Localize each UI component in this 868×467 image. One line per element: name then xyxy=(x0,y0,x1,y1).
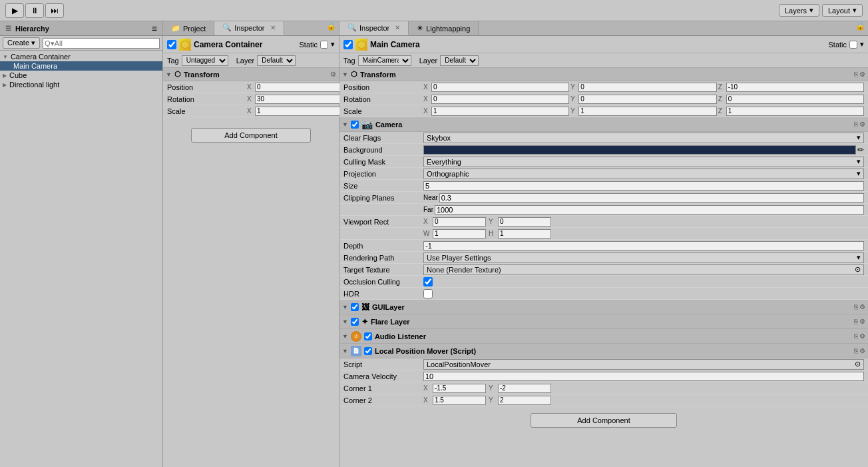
hierarchy-item-directional-light[interactable]: ▶ Directional light xyxy=(0,80,162,89)
background-color[interactable] xyxy=(423,145,856,155)
corner2-y[interactable] xyxy=(498,396,551,405)
left-rot-x[interactable] xyxy=(255,95,343,104)
target-texture-dropdown[interactable]: None (Render Texture) ⊙ xyxy=(423,264,864,275)
right-rot-z[interactable] xyxy=(726,95,864,104)
left-transform-settings[interactable]: ⚙ xyxy=(330,71,336,78)
hierarchy-search[interactable] xyxy=(43,38,160,49)
camera-checkbox[interactable] xyxy=(351,121,359,129)
hierarchy-item-main-camera[interactable]: Main Camera xyxy=(0,61,162,71)
guilayer-title: GUILayer xyxy=(372,303,405,311)
viewport-w[interactable] xyxy=(433,229,486,238)
guilayer-settings-btn[interactable]: ⚙ xyxy=(859,303,865,310)
create-button[interactable]: Create ▾ xyxy=(3,37,40,49)
local-pos-copy-btn[interactable]: ⎘ xyxy=(854,347,858,354)
flare-layer-settings-btn[interactable]: ⚙ xyxy=(859,318,865,325)
left-static-checkbox[interactable] xyxy=(320,41,328,49)
right-tag-select[interactable]: MainCamera xyxy=(358,55,411,66)
hierarchy-menu-icon[interactable]: ≡ xyxy=(152,23,157,34)
clipping-far-input[interactable] xyxy=(435,205,864,215)
viewport-x[interactable] xyxy=(433,217,486,227)
left-layer-select[interactable]: Default xyxy=(257,55,296,66)
background-pencil[interactable]: ✏ xyxy=(857,145,864,155)
inspector-left-tab-close[interactable]: ✕ xyxy=(270,24,276,31)
right-rot-x[interactable] xyxy=(431,95,569,104)
guilayer-checkbox[interactable] xyxy=(351,303,359,311)
camera-copy-btn[interactable]: ⎘ xyxy=(854,121,858,128)
left-tag-select[interactable]: Untagged xyxy=(182,55,228,66)
camera-velocity-label: Camera Velocity xyxy=(343,372,423,380)
right-scale-z[interactable] xyxy=(726,107,864,116)
audio-listener-copy-btn[interactable]: ⎘ xyxy=(854,332,858,340)
camera-component-header[interactable]: ▼ 📷 Camera ⎘ ⚙ xyxy=(339,117,868,132)
projection-dropdown[interactable]: Orthographic ▾ xyxy=(423,169,864,179)
left-layer-label: Layer xyxy=(236,57,255,65)
corner1-x[interactable] xyxy=(433,384,486,393)
layout-dropdown[interactable]: Layout▾ xyxy=(822,4,863,17)
right-pos-x[interactable] xyxy=(431,83,569,92)
flare-layer-header[interactable]: ▼ ✦ Flare Layer ⎘ ⚙ xyxy=(339,314,868,329)
left-add-component-button[interactable]: Add Component xyxy=(191,128,311,143)
camera-velocity-input[interactable] xyxy=(423,372,864,381)
guilayer-header[interactable]: ▼ 🖼 GUILayer ⎘ ⚙ xyxy=(339,300,868,314)
right-add-component-button[interactable]: Add Component xyxy=(531,413,677,428)
right-static-checkbox[interactable] xyxy=(849,41,857,49)
right-layer-select[interactable]: Default xyxy=(440,55,479,66)
play-button[interactable]: ▶ xyxy=(5,3,24,18)
guilayer-copy-btn[interactable]: ⎘ xyxy=(854,303,858,310)
left-lock-icon[interactable]: 🔒 xyxy=(326,21,339,35)
flare-layer-copy-btn[interactable]: ⎘ xyxy=(854,318,858,325)
right-pos-y[interactable] xyxy=(578,83,716,92)
tab-inspector-right[interactable]: 🔍 Inspector ✕ xyxy=(339,21,409,35)
audio-listener-title: Audio Listener xyxy=(375,332,426,340)
flare-layer-checkbox[interactable] xyxy=(351,318,359,326)
viewport-y[interactable] xyxy=(498,217,551,227)
script-dropdown[interactable]: LocalPositionMover ⊙ xyxy=(423,359,864,370)
local-pos-checkbox[interactable] xyxy=(364,347,372,355)
depth-input[interactable] xyxy=(423,241,864,250)
left-scale-row: Scale X Y Z xyxy=(163,105,339,117)
right-scale-y[interactable] xyxy=(578,107,716,116)
hierarchy-item-camera-container[interactable]: ▼ Camera Container xyxy=(0,52,162,61)
local-pos-settings-btn[interactable]: ⚙ xyxy=(859,347,865,354)
culling-mask-value: Everything xyxy=(427,158,461,166)
audio-listener-settings-btn[interactable]: ⚙ xyxy=(859,332,865,340)
culling-mask-dropdown[interactable]: Everything ▾ xyxy=(423,157,864,167)
left-scale-x[interactable] xyxy=(255,107,343,116)
tab-inspector-left[interactable]: 🔍 Inspector ✕ xyxy=(214,21,284,35)
lightmapping-tab-label: Lightmapping xyxy=(426,25,470,33)
hdr-checkbox[interactable] xyxy=(423,289,433,298)
layers-dropdown[interactable]: Layers▾ xyxy=(779,4,819,17)
right-lock-icon[interactable]: 🔒 xyxy=(855,21,868,35)
tab-lightmapping[interactable]: ☀ Lightmapping xyxy=(409,21,479,35)
corner2-x[interactable] xyxy=(433,396,486,405)
left-transform-header[interactable]: ▼ ⬡ Transform ⚙ xyxy=(163,68,339,81)
corner1-y[interactable] xyxy=(498,384,551,393)
right-transform-copy-icon[interactable]: ⎘ xyxy=(854,71,858,78)
right-pos-z[interactable] xyxy=(726,83,864,92)
hierarchy-item-cube[interactable]: ▶ Cube xyxy=(0,71,162,80)
size-input[interactable] xyxy=(423,181,864,191)
right-rot-y[interactable] xyxy=(578,95,716,104)
right-transform-header[interactable]: ▼ ⬡ Transform ⎘ ⚙ xyxy=(339,68,868,81)
flare-layer-tools: ⎘ ⚙ xyxy=(854,318,865,325)
occlusion-culling-checkbox[interactable] xyxy=(423,277,433,286)
audio-listener-checkbox[interactable] xyxy=(364,332,372,340)
viewport-h[interactable] xyxy=(498,229,551,238)
pause-button[interactable]: ⏸ xyxy=(25,3,44,18)
right-scale-x[interactable] xyxy=(431,107,569,116)
camera-settings-btn[interactable]: ⚙ xyxy=(859,121,865,128)
hierarchy-tab[interactable]: ☰ Hierarchy ≡ xyxy=(0,21,162,36)
left-active-checkbox[interactable] xyxy=(167,40,176,49)
left-pos-x[interactable] xyxy=(255,83,343,92)
audio-listener-header[interactable]: ▼ ♪ Audio Listener ⎘ ⚙ xyxy=(339,329,868,344)
local-pos-mover-header[interactable]: ▼ 📄 Local Position Mover (Script) ⎘ ⚙ xyxy=(339,344,868,358)
rendering-path-dropdown[interactable]: Use Player Settings ▾ xyxy=(423,252,864,263)
right-transform-settings-icon[interactable]: ⚙ xyxy=(859,71,865,78)
clipping-near-input[interactable] xyxy=(439,193,864,203)
inspector-right-tab-close[interactable]: ✕ xyxy=(395,24,400,31)
clear-flags-dropdown[interactable]: Skybox ▾ xyxy=(423,133,864,143)
projection-value: Orthographic xyxy=(427,170,469,178)
right-active-checkbox[interactable] xyxy=(343,40,353,49)
step-button[interactable]: ⏭ xyxy=(45,3,64,18)
tab-project[interactable]: 📁 Project xyxy=(163,21,214,35)
